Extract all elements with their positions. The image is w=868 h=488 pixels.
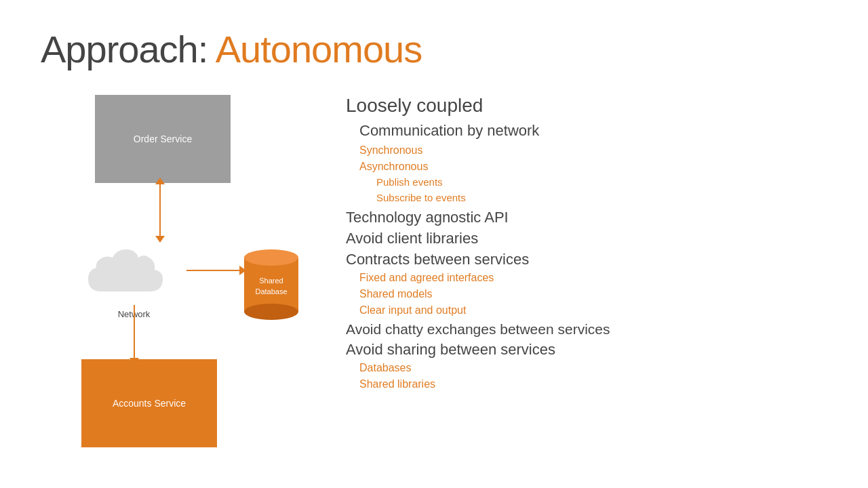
svg-text:Shared: Shared: [259, 277, 283, 285]
order-service-box: Order Service: [95, 95, 231, 183]
synchronous-item: Synchronous: [359, 142, 841, 159]
accounts-service-label: Accounts Service: [113, 398, 186, 409]
title-prefix: Approach:: [41, 28, 216, 70]
svg-point-2: [244, 304, 298, 320]
svg-point-1: [244, 249, 298, 266]
slide: Approach: Autonomous Order Service Netwo…: [0, 0, 868, 488]
asynchronous-item: Asynchronous: [359, 159, 841, 175]
shared-libraries-item: Shared libraries: [359, 376, 841, 392]
avoid-client-libraries-item: Avoid client libraries: [346, 230, 841, 247]
arrow-network-to-db: [186, 270, 241, 271]
slide-title: Approach: Autonomous: [41, 27, 827, 71]
technology-api-item: Technology agnostic API: [346, 209, 841, 226]
clear-input-item: Clear input and output: [359, 302, 841, 319]
order-service-label: Order Service: [134, 134, 192, 144]
databases-item: Databases: [359, 360, 841, 376]
avoid-sharing-item: Avoid sharing between services: [346, 341, 841, 359]
cloud-svg: [81, 237, 186, 305]
shared-models-item: Shared models: [359, 286, 841, 302]
database-shape: Shared Database: [241, 244, 302, 319]
fixed-interfaces-item: Fixed and agreed interfaces: [359, 270, 841, 286]
contracts-heading: Contracts between services: [346, 251, 841, 268]
title-accent: Autonomous: [216, 28, 422, 70]
avoid-chatty-item: Avoid chatty exchanges between services: [346, 321, 841, 338]
content-area: Loosely coupled Communication by network…: [346, 95, 841, 392]
accounts-service-box: Accounts Service: [81, 359, 217, 447]
subscribe-events-item: Subscribe to events: [376, 190, 841, 206]
communication-heading: Communication by network: [359, 122, 841, 140]
arrow-network-to-accounts: [134, 305, 135, 359]
publish-events-item: Publish events: [376, 175, 841, 190]
arrow-order-to-network: [159, 183, 161, 237]
svg-text:Database: Database: [255, 287, 287, 296]
diagram-area: Order Service Network Shared Da: [41, 95, 326, 474]
database-svg: Shared Database: [241, 244, 302, 322]
loosely-coupled-heading: Loosely coupled: [346, 95, 841, 117]
